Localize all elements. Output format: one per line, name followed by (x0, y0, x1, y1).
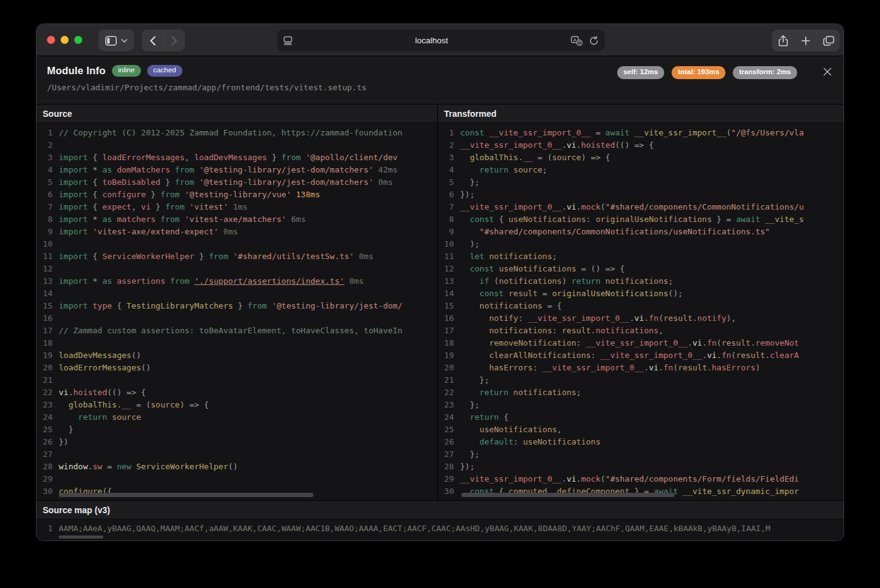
url-text[interactable]: localhost (293, 36, 571, 45)
reader-icon[interactable] (283, 36, 293, 45)
code-line: 21 (36, 374, 437, 386)
code-line: 11 let notifications; (438, 250, 844, 263)
code-line: 16 (36, 312, 437, 325)
code-line: 5 }; (438, 176, 844, 189)
source-horizontal-scrollbar[interactable] (59, 493, 314, 497)
code-line: 25 useNotifications, (438, 424, 844, 436)
code-line: 4 return source; (438, 164, 844, 176)
code-line: 9import 'vitest-axe/extend-expect' 0ms (36, 226, 437, 238)
transformed-horizontal-scrollbar[interactable] (461, 493, 675, 497)
source-code: 1// Copyright (C) 2012-2025 Zammad Found… (36, 123, 437, 500)
browser-toolbar: localhost A文 (36, 24, 844, 56)
code-line: 14 const result = originalUseNotificatio… (438, 288, 844, 300)
module-info-header: Module Info inline cached /Users/vladimi… (36, 56, 844, 104)
code-line: 21 }; (438, 374, 844, 386)
code-line: 6}); (438, 189, 844, 201)
code-line: 18 removeNotification: __vite_ssr_import… (438, 337, 844, 349)
minimize-window-button[interactable] (61, 36, 69, 44)
code-line: 2 (36, 139, 437, 151)
code-line: 2__vite_ssr_import_0__.vi.hoisted(() => … (438, 139, 844, 151)
code-line: 5import { toBeDisabled } from '@testing-… (36, 176, 437, 189)
code-panels: Source 1// Copyright (C) 2012-2025 Zamma… (36, 104, 844, 500)
code-line: 17// Zammad custom assertions: toBeAvata… (36, 325, 437, 337)
source-panel-title: Source (36, 104, 437, 123)
transformed-panel: Transformed 1const __vite_ssr_import_0__… (438, 104, 844, 500)
code-line: 7import { expect, vi } from 'vitest' 1ms (36, 201, 437, 213)
code-line: 28window.sw = new ServiceWorkerHelper() (36, 461, 437, 473)
code-line: 20 hasErrors: __vite_ssr_import_0__.vi.f… (438, 362, 844, 374)
cached-badge: cached (147, 65, 182, 77)
code-line: 15 notifications = { (438, 300, 844, 312)
timing-badges: self: 12ms total: 193ms transform: 2ms (617, 66, 797, 79)
code-line: 4import * as domMatchers from '@testing-… (36, 164, 437, 176)
code-line: 22vi.hoisted(() => { (36, 386, 437, 399)
transformed-code: 1const __vite_ssr_import_0__ = await __v… (438, 123, 844, 500)
code-line: 28}); (438, 461, 844, 473)
module-file-path: /Users/vladimir/Projects/zammad/app/fron… (47, 83, 831, 92)
total-time-badge: total: 193ms (672, 66, 725, 79)
sidebar-toggle-button[interactable] (98, 30, 134, 51)
code-line: 19loadDevMessages() (36, 349, 437, 362)
page-title: Module Info (47, 65, 106, 77)
code-line: 10 (36, 238, 437, 250)
code-line: 13 if (notifications) return notificatio… (438, 275, 844, 288)
code-line: 27 (36, 448, 437, 461)
code-line: 3import { loadErrorMessages, loadDevMess… (36, 151, 437, 164)
back-button[interactable] (142, 30, 163, 51)
svg-text:A: A (573, 36, 576, 42)
browser-window: localhost A文 Module Inf (36, 23, 844, 541)
sourcemap-title: Source map (v3) (36, 501, 844, 519)
traffic-lights (47, 36, 82, 44)
code-line: 18 (36, 337, 437, 349)
reload-icon[interactable] (589, 36, 599, 46)
nav-buttons (142, 30, 185, 51)
new-tab-button[interactable] (795, 30, 818, 51)
address-bar[interactable]: localhost A文 (277, 30, 605, 51)
code-line: 8import * as matchers from 'vitest-axe/m… (36, 213, 437, 226)
toolbar-right-buttons (772, 30, 840, 51)
chevron-down-icon (121, 39, 127, 43)
code-line: 6import { configure } from '@testing-lib… (36, 189, 437, 201)
code-line: 1// Copyright (C) 2012-2025 Zammad Found… (36, 127, 437, 139)
share-button[interactable] (772, 30, 795, 51)
code-line: 11import { ServiceWorkerHelper } from '#… (36, 250, 437, 263)
code-line: 15import type { TestingLibraryMatchers }… (36, 300, 437, 312)
forward-button[interactable] (164, 30, 185, 51)
code-line: 13import * as assertions from './support… (36, 275, 437, 288)
source-panel: Source 1// Copyright (C) 2012-2025 Zamma… (36, 104, 438, 500)
sourcemap-section: Source map (v3) 1AAMA;AAeA,yBAAG,QAAQ,MA… (36, 500, 844, 540)
svg-text:文: 文 (578, 40, 582, 45)
code-line: 1const __vite_ssr_import_0__ = await __v… (438, 127, 844, 139)
code-line: 20loadErrorMessages() (36, 362, 437, 374)
code-line: 29 (36, 473, 437, 485)
code-line: 23 globalThis.__ = (source) => { (36, 399, 437, 411)
code-line: 29__vite_ssr_import_0__.vi.mock("#shared… (438, 473, 844, 485)
zoom-window-button[interactable] (74, 36, 82, 44)
code-line: 23 }; (438, 399, 844, 411)
code-line: 25 } (36, 424, 437, 436)
translate-icon[interactable]: A文 (571, 36, 583, 46)
code-line: 16 notify: __vite_ssr_import_0__.vi.fn(r… (438, 312, 844, 325)
tab-overview-button[interactable] (817, 30, 840, 51)
sourcemap-code: 1AAMA;AAeA,yBAAG,QAAQ,MAAM;AACf,aAAW,KAA… (36, 519, 844, 540)
close-button[interactable] (821, 65, 834, 79)
code-line: 27 }; (438, 448, 844, 461)
code-line: 8 const { useNotifications: originalUseN… (438, 213, 844, 226)
code-line: 17 notifications: result.notifications, (438, 325, 844, 337)
code-line: 26}) (36, 436, 437, 448)
inline-badge: inline (112, 65, 141, 77)
self-time-badge: self: 12ms (617, 66, 664, 79)
code-line: 14 (36, 288, 437, 300)
sourcemap-horizontal-scrollbar[interactable] (59, 535, 103, 539)
code-line: 1AAMA;AAeA,yBAAG,QAAQ,MAAM;AACf,aAAW,KAA… (36, 522, 844, 535)
sidebar-icon (105, 36, 117, 46)
transformed-panel-title: Transformed (438, 104, 844, 123)
close-window-button[interactable] (47, 36, 55, 44)
code-line: 7__vite_ssr_import_0__.vi.mock("#shared/… (438, 201, 844, 213)
code-line: 24 return source (36, 411, 437, 424)
code-line: 22 return notifications; (438, 386, 844, 399)
code-line: 12 (36, 263, 437, 275)
code-line: 19 clearAllNotifications: __vite_ssr_imp… (438, 349, 844, 362)
code-line: 12 const useNotifications = () => { (438, 263, 844, 275)
code-line: 26 default: useNotifications (438, 436, 844, 448)
